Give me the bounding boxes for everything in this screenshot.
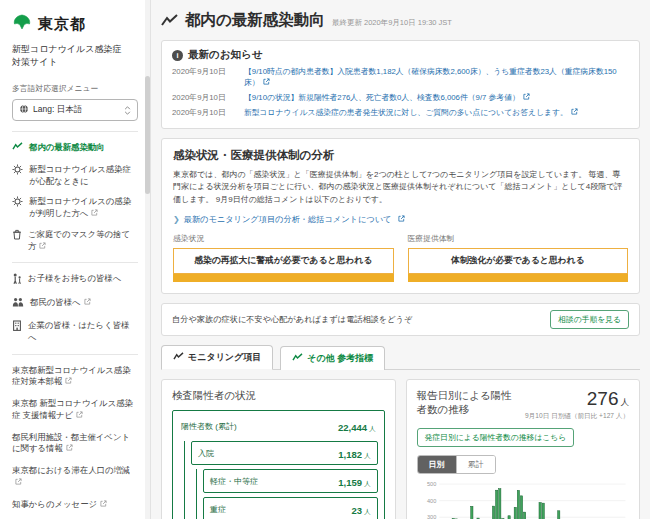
language-menu-label: 多言語対応選択メニュー xyxy=(12,83,138,94)
sidebar-item-label: 都内の最新感染動向 xyxy=(29,142,105,154)
brand-name: 東京都 xyxy=(38,15,86,34)
daily-cases-header: 報告日別による陽性者数の推移 276人 9月10日 日別値（前日比 +127 人… xyxy=(417,388,630,421)
site-title-line1: 新型コロナウイルス感染症 xyxy=(12,43,138,56)
info-icon: i xyxy=(172,50,183,61)
daily-cases-title: 報告日別による陽性者数の推移 xyxy=(417,388,520,416)
onset-date-chart-button[interactable]: 発症日別による陽性者数の推移はこちら xyxy=(417,428,575,447)
external-link-icon xyxy=(398,215,405,224)
brand[interactable]: 東京都 xyxy=(12,12,138,36)
status-section-label: 感染状況 xyxy=(173,233,394,244)
consult-bar: 自分や家族の症状に不安や心配があればまずは電話相談をどうぞ 相談の手順を見る xyxy=(161,303,640,336)
status-sections: 感染状況感染の再拡大に警戒が必要であると思われる医療提供体制体制強化が必要である… xyxy=(173,233,628,282)
consult-text: 自分や家族の症状に不安や心配があればまずは電話相談をどうぞ xyxy=(172,314,412,325)
tab-other-reference-indicators[interactable]: その他 参考指標 xyxy=(280,346,385,370)
status-section: 感染状況感染の再拡大に警戒が必要であると思われる xyxy=(173,233,394,282)
consult-steps-button[interactable]: 相談の手順を見る xyxy=(550,310,629,329)
toggle-daily[interactable]: 日別 xyxy=(418,456,456,473)
sidebar-item-latest-trends[interactable]: 都内の最新感染動向 xyxy=(12,142,138,155)
breakdown-label: 陽性者数 (累計) xyxy=(181,421,237,432)
tab-bar: モニタリング項目その他 参考指標 xyxy=(161,345,640,370)
external-link-icon xyxy=(84,297,91,309)
daily-cases-card: 報告日別による陽性者数の推移 276人 9月10日 日別値（前日比 +127 人… xyxy=(406,379,641,519)
breakdown-row: 入院1,182人 xyxy=(191,441,378,465)
svg-text:500: 500 xyxy=(426,481,435,487)
sidebar-item-label: ご家庭でのマスク等の捨て方 xyxy=(28,229,138,253)
sidebar-item-support-navi[interactable]: 東京都 新型コロナウイルス感染症 支援情報ナビ xyxy=(12,398,138,422)
news-item: 2020年9月10日【9/10の状況】新規陽性者276人、死亡者数0人、検査数6… xyxy=(172,92,629,103)
news-date: 2020年9月10日 xyxy=(172,107,236,118)
news-link[interactable]: 新型コロナウイルス感染症の患者発生状況に対し、ご質問の多い点についてお答えします… xyxy=(244,107,578,118)
status-level-bar xyxy=(173,274,394,282)
breakdown-label: 重症 xyxy=(210,504,226,515)
last-updated: 最終更新 2020年9月10日 19:30 JST xyxy=(332,18,452,28)
page-header: 都内の最新感染動向 最終更新 2020年9月10日 19:30 JST xyxy=(161,10,640,31)
sidebar-primary-nav: 都内の最新感染動向新型コロナウイルス感染症が心配なときに新型コロナウイルスの感染… xyxy=(12,142,138,343)
divider xyxy=(12,262,138,263)
news-item: 2020年9月10日新型コロナウイルス感染症の患者発生状況に対し、ご質問の多い点… xyxy=(172,107,629,118)
site-title: 新型コロナウイルス感染症 対策サイト xyxy=(12,43,138,69)
breakdown-subgroup: 入院1,182人軽症・中等症1,159人重症23人宿泊療養186人自宅療養391… xyxy=(184,441,378,519)
tab-monitoring-items[interactable]: モニタリング項目 xyxy=(161,345,273,370)
breakdown-value: 1,182人 xyxy=(338,444,370,462)
news-date: 2020年9月10日 xyxy=(172,66,236,89)
news-card: i 最新のお知らせ 2020年9月10日【9/10時点の都内患者数】入院患者数1… xyxy=(161,40,640,129)
virus-icon xyxy=(12,196,23,211)
positive-status-breakdown: 陽性者数 (累計)22,444人入院1,182人軽症・中等症1,159人重症23… xyxy=(172,410,385,519)
divider xyxy=(12,354,138,355)
breakdown-label: 軽症・中等症 xyxy=(210,476,258,487)
positive-status-card: 検査陽性者の状況 陽性者数 (累計)22,444人入院1,182人軽症・中等症1… xyxy=(161,379,396,519)
daily-cases-figure: 276人 9月10日 日別値（前日比 +127 人） xyxy=(525,388,629,421)
status-comment-box: 体制強化が必要であると思われる xyxy=(408,248,629,274)
news-item: 2020年9月10日【9/10時点の都内患者数】入院患者数1,182人（確保病床… xyxy=(172,66,629,89)
breakdown-row: 陽性者数 (累計)22,444人 xyxy=(179,416,378,437)
sidebar-item-for-citizens[interactable]: 都民の皆様へ xyxy=(12,297,138,311)
breakdown-value: 23人 xyxy=(351,500,370,518)
chart-line-icon xyxy=(292,353,303,364)
sidebar-item-label: お子様をお持ちの皆様へ xyxy=(28,273,121,285)
select-caret-icon xyxy=(124,106,131,115)
chart-line-icon xyxy=(161,14,178,27)
family-icon xyxy=(12,273,22,288)
monitoring-cards: 検査陽性者の状況 陽性者数 (累計)22,444人入院1,182人軽症・中等症1… xyxy=(161,379,640,519)
breakdown-row: 重症23人 xyxy=(203,497,378,519)
sidebar-scrollbar[interactable] xyxy=(145,0,150,519)
daily-cases-subtitle: 9月10日 日別値（前日比 +127 人） xyxy=(525,412,629,421)
svg-text:400: 400 xyxy=(426,498,435,504)
sidebar-item-governor-message[interactable]: 知事からのメッセージ xyxy=(12,499,138,511)
news-link[interactable]: 【9/10の状況】新規陽性者276人、死亡者数0人、検査数6,006件（9/7 … xyxy=(244,92,530,103)
analysis-card: 感染状況・医療提供体制の分析 東京都では、都内の「感染状況」と「医療提供体制」を… xyxy=(161,138,640,294)
monitoring-comment-link[interactable]: ❯ 最新のモニタリング項目の分析・総括コメントについて xyxy=(173,214,628,225)
news-date: 2020年9月10日 xyxy=(172,92,236,103)
last-updated-value: 2020年9月10日 19:30 JST xyxy=(364,18,452,27)
news-link[interactable]: 【9/10時点の都内患者数】入院患者数1,182人（確保病床数2,600床）、う… xyxy=(244,66,629,89)
breakdown-row: 軽症・中等症1,159人 xyxy=(203,469,378,493)
status-comment-box: 感染の再拡大に警戒が必要であると思われる xyxy=(173,248,394,274)
site-title-line2: 対策サイト xyxy=(12,56,138,69)
breakdown-value: 22,444人 xyxy=(338,417,376,435)
tab-label: その他 参考指標 xyxy=(307,352,373,365)
external-link-icon xyxy=(76,410,83,422)
sidebar-item-for-workers[interactable]: 企業の皆様・はたらく皆様へ xyxy=(12,320,138,344)
daily-cases-unit: 人 xyxy=(621,397,630,407)
external-link-icon xyxy=(66,443,73,455)
sidebar-item-worried-about-infection[interactable]: 新型コロナウイルス感染症が心配なときに xyxy=(12,164,138,188)
breakdown-total-box: 陽性者数 (累計)22,444人入院1,182人軽症・中等症1,159人重症23… xyxy=(172,410,385,519)
building-icon xyxy=(12,320,22,335)
sidebar-scrollbar-thumb[interactable] xyxy=(145,76,150,194)
toggle-cumulative[interactable]: 累計 xyxy=(456,456,495,473)
status-section-label: 医療提供体制 xyxy=(408,233,629,244)
daily-cases-chart-area: 010020030040050010223152788月9月 xyxy=(417,478,630,519)
external-link-icon xyxy=(263,77,270,88)
external-link-icon xyxy=(571,107,578,118)
sidebar-item-for-children[interactable]: お子様をお持ちの皆様へ xyxy=(12,273,138,288)
sidebar-item-mask-disposal[interactable]: ご家庭でのマスク等の捨て方 xyxy=(12,229,138,253)
sidebar-item-taskforce-reports[interactable]: 東京都新型コロナウイルス感染症対策本部報 xyxy=(12,365,138,389)
external-link-icon xyxy=(15,477,22,489)
sidebar-item-facility-event-info[interactable]: 都民利用施設・都主催イベントに関する情報 xyxy=(12,432,138,456)
sidebar-item-tested-positive[interactable]: 新型コロナウイルスの感染が判明した方へ xyxy=(12,196,138,220)
globe-icon xyxy=(19,104,29,116)
breakdown-value: 1,159人 xyxy=(338,472,370,490)
sidebar-item-population-change[interactable]: 東京都における滞在人口の増減 xyxy=(12,465,138,489)
last-updated-label: 最終更新 xyxy=(332,18,362,27)
language-select[interactable]: Lang: 日本語 xyxy=(12,99,138,121)
